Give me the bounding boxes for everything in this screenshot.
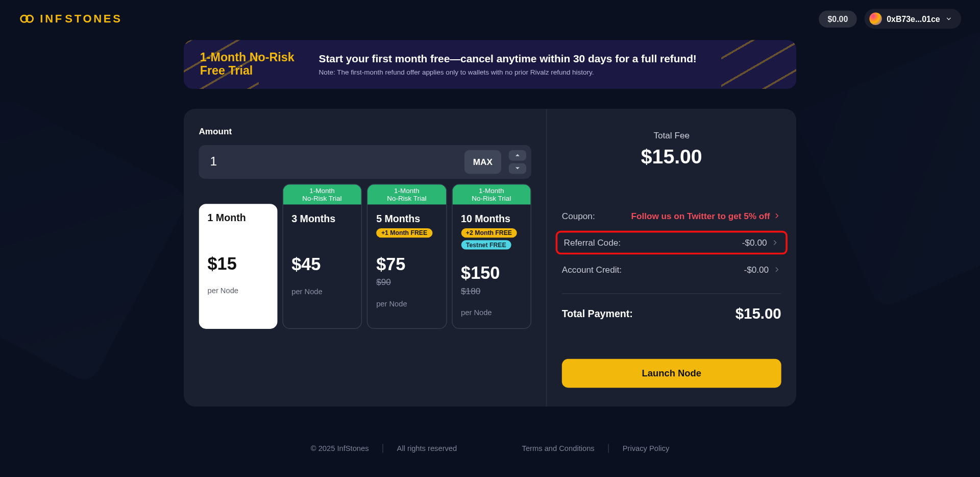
bonus-yellow: +1 Month FREE <box>376 228 432 237</box>
footer-privacy-link[interactable]: Privacy Policy <box>623 444 669 452</box>
bonus-teal: Testnet FREE <box>461 240 511 249</box>
footer-terms-link[interactable]: Terms and Conditions <box>522 444 595 452</box>
total-fee-label: Total Fee <box>562 130 781 140</box>
amount-step-up[interactable] <box>509 150 526 161</box>
total-label: Total Payment: <box>562 308 633 319</box>
plan-strike: $180 <box>461 286 522 296</box>
header: INF STONES $0.00 0xB73e...01ce <box>0 0 980 37</box>
footer-copyright: © 2025 InfStones <box>311 444 369 452</box>
credit-row[interactable]: Account Credit: -$0.00 <box>562 257 781 282</box>
bonus-yellow: +2 Month FREE <box>461 228 517 237</box>
trial-line1: 1-Month <box>368 187 446 195</box>
wallet-address: 0xB73e...01ce <box>887 14 940 23</box>
launch-node-button[interactable]: Launch Node <box>562 359 781 388</box>
brand-logo[interactable]: INF STONES <box>19 11 122 27</box>
referral-value: -$0.00 <box>742 237 767 248</box>
referral-row[interactable]: Referral Code: -$0.00 <box>556 231 788 255</box>
total-payment-row: Total Payment: $15.00 <box>562 305 781 322</box>
coupon-link-text: Follow us on Twitter to get 5% off <box>631 210 770 221</box>
plan-per: per Node <box>461 308 522 317</box>
trial-line2: No-Risk Trial <box>452 195 531 202</box>
plan-5-months[interactable]: 1-Month No-Risk Trial 5 Months +1 Month … <box>367 184 447 329</box>
credit-label: Account Credit: <box>562 265 622 275</box>
wallet-pill[interactable]: 0xB73e...01ce <box>864 9 961 29</box>
banner-title-1: 1-Month No-Risk <box>200 51 300 64</box>
plan-3-months[interactable]: 1-Month No-Risk Trial 3 Months $45 per N… <box>282 184 362 329</box>
plan-per: per Node <box>208 287 268 295</box>
plan-per: per Node <box>291 287 352 296</box>
chevron-right-icon <box>771 238 779 247</box>
divider <box>562 293 781 294</box>
plan-price: $75 <box>376 254 437 274</box>
trial-line2: No-Risk Trial <box>368 195 446 202</box>
caret-up-icon <box>515 153 520 158</box>
trial-line1: 1-Month <box>283 187 361 195</box>
max-button[interactable]: MAX <box>464 150 501 174</box>
plan-strike: $90 <box>376 277 437 287</box>
trial-line1: 1-Month <box>452 187 531 195</box>
amount-input-row: MAX <box>199 145 531 179</box>
brand-icon <box>19 11 35 27</box>
plan-per: per Node <box>376 299 437 308</box>
footer: © 2025 InfStones All rights reserved Ter… <box>184 444 796 452</box>
banner-note: Note: The first-month refund offer appli… <box>318 68 696 76</box>
balance-pill[interactable]: $0.00 <box>819 10 856 27</box>
amount-label: Amount <box>199 126 531 136</box>
footer-rights: All rights reserved <box>397 444 457 452</box>
chevron-right-icon <box>772 211 781 220</box>
plan-price: $150 <box>461 263 522 283</box>
credit-value: -$0.00 <box>744 265 769 275</box>
total-amount: $15.00 <box>736 305 781 322</box>
amount-step-down[interactable] <box>509 163 526 174</box>
chevron-down-icon <box>945 15 952 22</box>
plan-title: 5 Months <box>376 213 437 225</box>
promo-banner: 1-Month No-Risk Free Trial Start your fi… <box>184 40 796 88</box>
coupon-link[interactable]: Follow us on Twitter to get 5% off <box>631 210 781 221</box>
brand-text-stones: STONES <box>65 12 122 26</box>
plan-10-months[interactable]: 1-Month No-Risk Trial 10 Months +2 Month… <box>452 184 531 329</box>
plan-price: $45 <box>291 254 352 274</box>
plan-title: 1 Month <box>208 212 268 224</box>
wallet-avatar-icon <box>869 12 881 25</box>
coupon-label: Coupon: <box>562 210 595 221</box>
trial-line2: No-Risk Trial <box>283 195 361 202</box>
plan-title: 3 Months <box>291 213 352 225</box>
referral-label: Referral Code: <box>564 237 620 248</box>
banner-headline: Start your first month free—cancel anyti… <box>318 53 696 65</box>
coupon-row[interactable]: Coupon: Follow us on Twitter to get 5% o… <box>562 203 781 228</box>
pricing-card: Amount MAX <box>184 109 796 407</box>
plan-price: $15 <box>208 254 268 274</box>
brand-text-inf: INF <box>40 12 64 26</box>
plan-title: 10 Months <box>461 213 522 225</box>
banner-title-2: Free Trial <box>200 64 300 78</box>
caret-down-icon <box>515 166 520 171</box>
chevron-right-icon <box>772 265 781 274</box>
amount-input[interactable] <box>210 155 458 169</box>
plan-list: 1 Month $15 per Node 1-Month No-Risk Tri… <box>199 184 531 329</box>
total-fee-amount: $15.00 <box>562 145 781 168</box>
plan-1-month[interactable]: 1 Month $15 per Node <box>199 184 277 329</box>
